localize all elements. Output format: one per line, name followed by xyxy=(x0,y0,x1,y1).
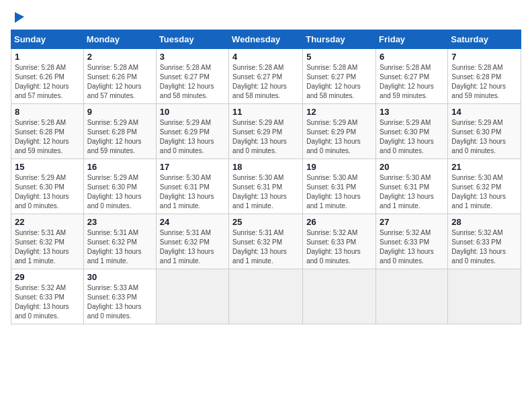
calendar-cell: 24Sunrise: 5:31 AM Sunset: 6:32 PM Dayli… xyxy=(156,214,228,269)
day-info: Sunrise: 5:32 AM Sunset: 6:33 PM Dayligh… xyxy=(380,228,444,266)
day-info: Sunrise: 5:32 AM Sunset: 6:33 PM Dayligh… xyxy=(306,228,372,266)
calendar-cell: 12Sunrise: 5:29 AM Sunset: 6:29 PM Dayli… xyxy=(303,104,376,159)
day-number: 14 xyxy=(451,107,517,117)
day-info: Sunrise: 5:29 AM Sunset: 6:28 PM Dayligh… xyxy=(87,118,152,156)
day-info: Sunrise: 5:30 AM Sunset: 6:31 PM Dayligh… xyxy=(160,173,225,211)
day-info: Sunrise: 5:30 AM Sunset: 6:31 PM Dayligh… xyxy=(232,173,299,211)
calendar-cell xyxy=(448,269,521,324)
page-header xyxy=(11,11,521,23)
calendar-cell: 19Sunrise: 5:30 AM Sunset: 6:31 PM Dayli… xyxy=(303,159,376,214)
calendar-cell: 4Sunrise: 5:28 AM Sunset: 6:27 PM Daylig… xyxy=(229,49,303,104)
day-info: Sunrise: 5:31 AM Sunset: 6:32 PM Dayligh… xyxy=(15,228,80,266)
calendar-cell: 26Sunrise: 5:32 AM Sunset: 6:33 PM Dayli… xyxy=(303,214,376,269)
day-number: 25 xyxy=(232,217,299,227)
day-info: Sunrise: 5:30 AM Sunset: 6:32 PM Dayligh… xyxy=(451,173,517,211)
day-number: 17 xyxy=(160,162,225,172)
calendar-cell: 6Sunrise: 5:28 AM Sunset: 6:27 PM Daylig… xyxy=(376,49,448,104)
calendar-cell: 23Sunrise: 5:31 AM Sunset: 6:32 PM Dayli… xyxy=(83,214,156,269)
day-number: 10 xyxy=(160,107,225,117)
day-number: 8 xyxy=(15,107,80,117)
calendar-cell: 14Sunrise: 5:29 AM Sunset: 6:30 PM Dayli… xyxy=(448,104,521,159)
calendar-cell: 7Sunrise: 5:28 AM Sunset: 6:28 PM Daylig… xyxy=(448,49,521,104)
calendar-cell: 17Sunrise: 5:30 AM Sunset: 6:31 PM Dayli… xyxy=(156,159,228,214)
calendar-cell: 25Sunrise: 5:31 AM Sunset: 6:32 PM Dayli… xyxy=(229,214,303,269)
day-info: Sunrise: 5:29 AM Sunset: 6:29 PM Dayligh… xyxy=(232,118,299,156)
day-number: 15 xyxy=(15,162,80,172)
day-number: 18 xyxy=(232,162,299,172)
day-number: 9 xyxy=(87,107,152,117)
day-number: 11 xyxy=(232,107,299,117)
calendar-cell: 20Sunrise: 5:30 AM Sunset: 6:31 PM Dayli… xyxy=(376,159,448,214)
calendar-cell: 10Sunrise: 5:29 AM Sunset: 6:29 PM Dayli… xyxy=(156,104,228,159)
calendar-cell xyxy=(303,269,376,324)
day-number: 23 xyxy=(87,217,152,227)
day-info: Sunrise: 5:28 AM Sunset: 6:27 PM Dayligh… xyxy=(306,63,372,101)
calendar-header-saturday: Saturday xyxy=(448,30,521,49)
day-number: 22 xyxy=(15,217,80,227)
day-info: Sunrise: 5:28 AM Sunset: 6:27 PM Dayligh… xyxy=(160,63,225,101)
logo-triangle-icon xyxy=(12,11,24,23)
calendar-cell xyxy=(229,269,303,324)
logo xyxy=(11,11,24,23)
calendar-cell: 9Sunrise: 5:29 AM Sunset: 6:28 PM Daylig… xyxy=(83,104,156,159)
calendar-cell: 22Sunrise: 5:31 AM Sunset: 6:32 PM Dayli… xyxy=(11,214,84,269)
calendar-cell: 8Sunrise: 5:28 AM Sunset: 6:28 PM Daylig… xyxy=(11,104,84,159)
day-info: Sunrise: 5:28 AM Sunset: 6:28 PM Dayligh… xyxy=(451,63,517,101)
calendar-cell: 13Sunrise: 5:29 AM Sunset: 6:30 PM Dayli… xyxy=(376,104,448,159)
calendar-header-monday: Monday xyxy=(83,30,156,49)
calendar-week-4: 22Sunrise: 5:31 AM Sunset: 6:32 PM Dayli… xyxy=(11,214,521,269)
day-info: Sunrise: 5:31 AM Sunset: 6:32 PM Dayligh… xyxy=(160,228,225,266)
calendar-body: 1Sunrise: 5:28 AM Sunset: 6:26 PM Daylig… xyxy=(11,49,521,324)
day-info: Sunrise: 5:29 AM Sunset: 6:29 PM Dayligh… xyxy=(306,118,372,156)
day-info: Sunrise: 5:30 AM Sunset: 6:31 PM Dayligh… xyxy=(306,173,372,211)
day-info: Sunrise: 5:28 AM Sunset: 6:26 PM Dayligh… xyxy=(87,63,152,101)
calendar-cell: 28Sunrise: 5:32 AM Sunset: 6:33 PM Dayli… xyxy=(448,214,521,269)
day-info: Sunrise: 5:29 AM Sunset: 6:30 PM Dayligh… xyxy=(87,173,152,211)
calendar-cell xyxy=(376,269,448,324)
day-number: 16 xyxy=(87,162,152,172)
calendar-week-3: 15Sunrise: 5:29 AM Sunset: 6:30 PM Dayli… xyxy=(11,159,521,214)
calendar-cell: 29Sunrise: 5:32 AM Sunset: 6:33 PM Dayli… xyxy=(11,269,84,324)
calendar-cell: 30Sunrise: 5:33 AM Sunset: 6:33 PM Dayli… xyxy=(83,269,156,324)
day-number: 1 xyxy=(15,52,80,62)
calendar-header-row: SundayMondayTuesdayWednesdayThursdayFrid… xyxy=(11,30,521,49)
day-number: 29 xyxy=(15,272,80,282)
day-info: Sunrise: 5:28 AM Sunset: 6:26 PM Dayligh… xyxy=(15,63,80,101)
day-number: 5 xyxy=(306,52,372,62)
calendar-header-sunday: Sunday xyxy=(11,30,84,49)
day-number: 30 xyxy=(87,272,152,282)
calendar-header-tuesday: Tuesday xyxy=(156,30,228,49)
day-number: 3 xyxy=(160,52,225,62)
day-info: Sunrise: 5:30 AM Sunset: 6:31 PM Dayligh… xyxy=(380,173,444,211)
day-number: 6 xyxy=(380,52,444,62)
calendar-cell: 2Sunrise: 5:28 AM Sunset: 6:26 PM Daylig… xyxy=(83,49,156,104)
calendar-cell: 16Sunrise: 5:29 AM Sunset: 6:30 PM Dayli… xyxy=(83,159,156,214)
day-number: 26 xyxy=(306,217,372,227)
day-number: 20 xyxy=(380,162,444,172)
day-info: Sunrise: 5:28 AM Sunset: 6:28 PM Dayligh… xyxy=(15,118,80,156)
calendar-cell: 15Sunrise: 5:29 AM Sunset: 6:30 PM Dayli… xyxy=(11,159,84,214)
day-number: 19 xyxy=(306,162,372,172)
day-number: 27 xyxy=(380,217,444,227)
day-info: Sunrise: 5:28 AM Sunset: 6:27 PM Dayligh… xyxy=(380,63,444,101)
day-number: 21 xyxy=(451,162,517,172)
day-info: Sunrise: 5:33 AM Sunset: 6:33 PM Dayligh… xyxy=(87,283,152,321)
calendar-cell: 3Sunrise: 5:28 AM Sunset: 6:27 PM Daylig… xyxy=(156,49,228,104)
day-info: Sunrise: 5:29 AM Sunset: 6:30 PM Dayligh… xyxy=(15,173,80,211)
svg-marker-0 xyxy=(15,12,24,23)
calendar-header-friday: Friday xyxy=(376,30,448,49)
day-number: 7 xyxy=(451,52,517,62)
calendar-cell: 18Sunrise: 5:30 AM Sunset: 6:31 PM Dayli… xyxy=(229,159,303,214)
day-number: 24 xyxy=(160,217,225,227)
day-info: Sunrise: 5:32 AM Sunset: 6:33 PM Dayligh… xyxy=(15,283,80,321)
calendar-cell: 1Sunrise: 5:28 AM Sunset: 6:26 PM Daylig… xyxy=(11,49,84,104)
calendar-cell: 27Sunrise: 5:32 AM Sunset: 6:33 PM Dayli… xyxy=(376,214,448,269)
day-info: Sunrise: 5:29 AM Sunset: 6:30 PM Dayligh… xyxy=(451,118,517,156)
day-info: Sunrise: 5:32 AM Sunset: 6:33 PM Dayligh… xyxy=(451,228,517,266)
calendar-cell: 11Sunrise: 5:29 AM Sunset: 6:29 PM Dayli… xyxy=(229,104,303,159)
day-info: Sunrise: 5:29 AM Sunset: 6:29 PM Dayligh… xyxy=(160,118,225,156)
calendar-week-5: 29Sunrise: 5:32 AM Sunset: 6:33 PM Dayli… xyxy=(11,269,521,324)
calendar-week-2: 8Sunrise: 5:28 AM Sunset: 6:28 PM Daylig… xyxy=(11,104,521,159)
calendar-table: SundayMondayTuesdayWednesdayThursdayFrid… xyxy=(11,30,521,324)
day-number: 4 xyxy=(232,52,299,62)
